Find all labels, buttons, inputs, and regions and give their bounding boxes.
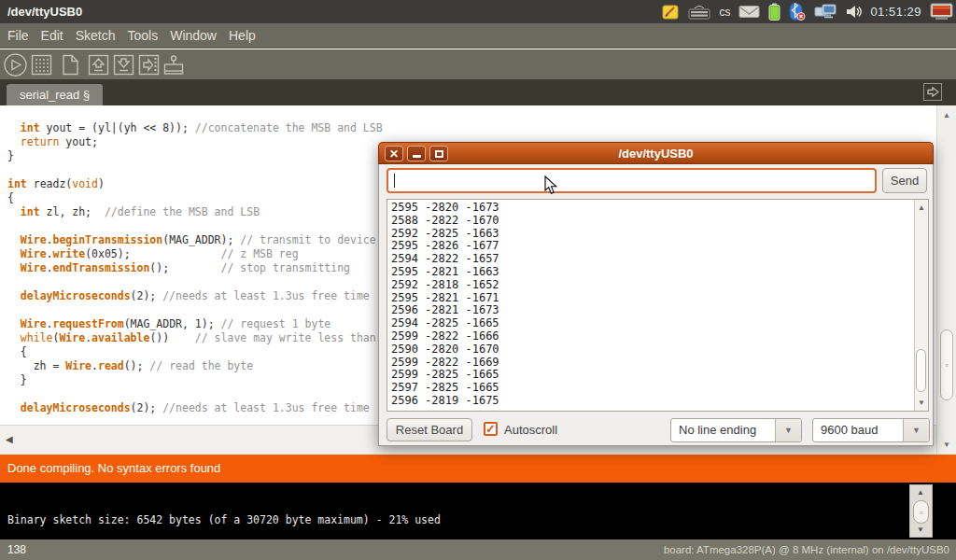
serial-line: 2592 -2825 -1663 [391, 228, 928, 241]
verify-icon[interactable] [3, 52, 28, 81]
serial-scrollbar[interactable]: ▲ ▼ [914, 200, 928, 411]
scroll-left-icon[interactable]: ◀ [6, 434, 13, 444]
menu-edit[interactable]: Edit [41, 28, 63, 43]
active-window-title: /dev/ttyUSB0 [0, 5, 82, 19]
editor-vscrollbar[interactable]: ▲ ▼ ≡ [936, 105, 956, 455]
menu-file[interactable]: File [7, 28, 29, 43]
chevron-down-icon[interactable]: ▼ [775, 419, 801, 441]
serial-line: 2595 -2821 -1671 [391, 292, 928, 305]
scroll-up-icon[interactable]: ▲ [917, 488, 924, 497]
note-icon[interactable] [662, 4, 680, 21]
serial-line: 2590 -2820 -1670 [391, 343, 928, 357]
serial-monitor-body: Send 2595 -2820 -16732588 -2822 -1670259… [378, 164, 934, 446]
serial-line: 2599 -2825 -1665 [391, 369, 928, 382]
serial-monitor-titlebar[interactable]: ✕ /dev/ttyUSB0 [378, 142, 934, 164]
console-scrollbar[interactable]: ▲ ▼ ≡ [909, 484, 933, 538]
menu-help[interactable]: Help [229, 28, 256, 43]
serial-output-area[interactable]: 2595 -2820 -16732588 -2822 -16702592 -28… [387, 199, 929, 412]
send-button[interactable]: Send [882, 168, 927, 193]
code-line: int yout = (yl|(yh << 8)); //concatenate… [7, 121, 936, 135]
line-number-indicator: 138 [7, 543, 26, 556]
scroll-down-icon[interactable]: ▼ [918, 399, 925, 407]
autoscroll-label[interactable]: Autoscroll [504, 423, 557, 437]
line-ending-dropdown[interactable]: No line ending ▼ [670, 418, 802, 442]
menu-window[interactable]: Window [170, 28, 217, 43]
console-output: Binary sketch size: 6542 bytes (of a 307… [7, 513, 441, 526]
screen: /dev/ttyUSB0 cs 01:51:29 File Edit Sketc… [0, 0, 956, 560]
top-panel: /dev/ttyUSB0 cs 01:51:29 [0, 0, 956, 23]
baud-rate-value: 9600 baud [821, 419, 878, 441]
serial-line: 2592 -2818 -1652 [391, 279, 928, 292]
tab-bar: serial_read § [0, 79, 956, 105]
serial-monitor-icon[interactable] [162, 52, 186, 81]
tab-menu-button[interactable] [923, 83, 942, 101]
scroll-up-icon[interactable]: ▲ [918, 203, 925, 212]
board-info: board: ATmega328P(A) @ 8 MHz (internal) … [664, 544, 949, 555]
serial-line: 2595 -2820 -1673 [391, 202, 928, 215]
baud-rate-dropdown[interactable]: 9600 baud ▼ [812, 418, 930, 442]
serial-line: 2596 -2819 -1675 [391, 395, 928, 408]
serial-line: 2595 -2821 -1663 [391, 266, 928, 279]
serial-line: 2588 -2822 -1670 [391, 215, 928, 228]
serial-line: 2599 -2822 -1669 [391, 357, 928, 370]
battery-icon[interactable] [768, 3, 780, 21]
open-icon[interactable] [88, 52, 110, 81]
network-icon[interactable] [814, 4, 837, 21]
toolbar [0, 49, 956, 79]
system-tray: cs 01:51:29 [662, 0, 956, 23]
menu-sketch[interactable]: Sketch [76, 28, 116, 43]
mail-icon[interactable] [738, 5, 760, 19]
console-scroll-thumb[interactable]: ≡ [913, 500, 929, 524]
new-sketch-icon[interactable] [60, 52, 82, 81]
menubar: File Edit Sketch Tools Window Help [0, 23, 956, 49]
serial-line: 2596 -2821 -1673 [391, 304, 928, 317]
compile-status-bar: Done compiling. No syntax errors found [0, 455, 956, 483]
serial-scroll-thumb[interactable] [916, 349, 926, 392]
editor-scroll-thumb[interactable]: ≡ [940, 329, 953, 400]
scroll-down-icon[interactable]: ▼ [917, 525, 924, 534]
scroll-down-icon[interactable]: ▼ [943, 441, 950, 449]
ide-footer: 138 board: ATmega328P(A) @ 8 MHz (intern… [0, 539, 956, 560]
serial-send-input[interactable] [387, 168, 877, 193]
scroll-up-icon[interactable]: ▲ [943, 111, 950, 119]
serial-monitor-window: ✕ /dev/ttyUSB0 Send 2595 -2820 -16732588… [378, 142, 934, 446]
serial-line: 2594 -2822 -1657 [391, 253, 928, 266]
build-console: Binary sketch size: 6542 bytes (of a 307… [0, 483, 956, 539]
save-icon[interactable] [113, 52, 135, 81]
chevron-down-icon[interactable]: ▼ [903, 419, 929, 441]
mouse-cursor [544, 175, 558, 199]
serial-line: 2599 -2822 -1666 [391, 330, 928, 343]
keyboard-icon[interactable] [688, 5, 710, 20]
upload-icon[interactable] [138, 52, 161, 81]
serial-line: 2594 -2825 -1665 [391, 317, 928, 330]
keyboard-layout-indicator[interactable]: cs [719, 6, 730, 19]
reset-board-button[interactable]: Reset Board [387, 418, 472, 441]
menu-tools[interactable]: Tools [128, 28, 159, 43]
bluetooth-icon[interactable] [789, 3, 806, 21]
line-ending-value: No line ending [679, 419, 756, 441]
stop-icon[interactable] [31, 52, 53, 81]
clock[interactable]: 01:51:29 [870, 5, 921, 19]
text-caret [394, 174, 395, 188]
serial-monitor-title: /dev/ttyUSB0 [379, 143, 933, 165]
volume-icon[interactable] [846, 5, 862, 19]
display-icon[interactable] [930, 3, 953, 21]
serial-line: 2595 -2826 -1677 [391, 240, 928, 253]
tab-serial-read[interactable]: serial_read § [7, 84, 103, 105]
serial-line: 2597 -2825 -1665 [391, 382, 928, 395]
autoscroll-checkbox[interactable]: ✓ [484, 422, 498, 436]
serial-lines: 2595 -2820 -16732588 -2822 -16702592 -28… [387, 200, 928, 408]
